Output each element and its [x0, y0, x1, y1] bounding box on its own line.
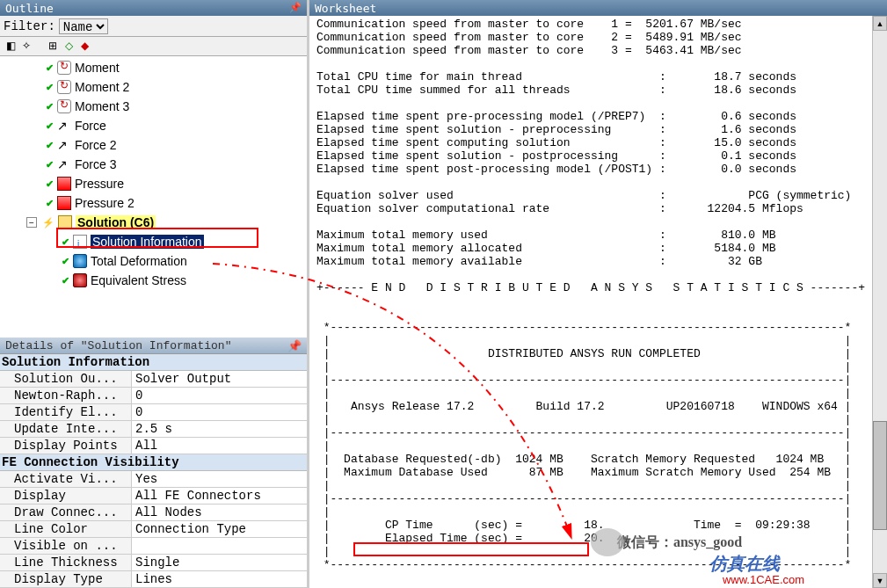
details-row[interactable]: DisplayAll FE Connectors — [0, 488, 307, 505]
pressure-icon — [57, 196, 71, 210]
info-icon — [73, 235, 87, 249]
scroll-track[interactable] — [873, 31, 887, 573]
details-title-bar: Details of "Solution Information" 📌 — [0, 338, 307, 353]
force-icon: ↗ — [57, 119, 71, 133]
details-row[interactable]: Display TypeLines — [0, 571, 307, 588]
check-icon: ✔ — [46, 82, 54, 93]
tree-item[interactable]: ✔↗Force — [2, 116, 303, 135]
details-row[interactable]: Solution Ou...Solver Output — [0, 371, 307, 388]
scroll-up-icon[interactable]: ▲ — [873, 16, 887, 31]
details-row[interactable]: Activate Vi...Yes — [0, 471, 307, 488]
check-icon: ✔ — [46, 120, 54, 132]
toolbar-btn-2[interactable]: ✧ — [19, 39, 33, 53]
details-row[interactable]: Identify El...0 — [0, 404, 307, 421]
filter-select[interactable]: Name — [59, 18, 108, 34]
check-icon: ✔ — [46, 198, 54, 209]
check-icon: ✔ — [46, 101, 54, 113]
collapse-icon[interactable]: − — [26, 217, 37, 228]
deformation-icon — [73, 254, 87, 268]
moment-icon — [57, 80, 71, 94]
tree-item-solution[interactable]: −⚡Solution (C6) — [2, 213, 303, 232]
moment-icon — [57, 99, 71, 113]
tree-item[interactable]: ✔Moment — [2, 58, 303, 77]
tree-item[interactable]: ✔Equivalent Stress — [2, 271, 303, 290]
worksheet-content: Communication speed from master to core … — [309, 16, 872, 588]
filter-row: Filter: Name — [0, 16, 307, 37]
tree-item[interactable]: ✔↗Force 3 — [2, 155, 303, 174]
details-row[interactable]: Line ThicknessSingle — [0, 555, 307, 571]
outline-title: Outline — [5, 2, 54, 15]
toolbar-btn-5[interactable]: ◆ — [77, 39, 91, 53]
details-row[interactable]: Line ColorConnection Type — [0, 521, 307, 538]
check-icon: ✔ — [46, 178, 54, 190]
outline-tree[interactable]: ✔Moment ✔Moment 2 ✔Moment 3 ✔↗Force ✔↗Fo… — [0, 56, 307, 338]
tree-item[interactable]: ✔↗Force 2 — [2, 135, 303, 155]
check-icon: ✔ — [46, 159, 54, 171]
details-title: Details of "Solution Information" — [5, 339, 231, 352]
details-row[interactable]: Newton-Raph...0 — [0, 388, 307, 404]
details-row[interactable]: Draw Connec...All Nodes — [0, 505, 307, 521]
details-grid: Solution Information Solution Ou...Solve… — [0, 353, 307, 588]
details-section-header[interactable]: Solution Information — [0, 354, 307, 371]
force-icon: ↗ — [57, 157, 71, 171]
toolbar-btn-1[interactable]: ◧ — [4, 39, 18, 53]
tree-item-solution-info[interactable]: ✔Solution Information — [2, 232, 303, 251]
tree-item[interactable]: ✔Moment 3 — [2, 97, 303, 116]
outline-toolbar: ◧ ✧ ⊞ ◇ ◆ — [0, 37, 307, 56]
tree-item[interactable]: ✔Pressure — [2, 174, 303, 193]
pin-icon[interactable]: 📌 — [287, 339, 302, 352]
pressure-icon — [57, 177, 71, 191]
pin-icon[interactable]: 📌 — [289, 2, 302, 14]
tree-item[interactable]: ✔Total Deformation — [2, 251, 303, 271]
bolt-icon: ⚡ — [42, 217, 55, 229]
details-row[interactable]: Display PointsAll — [0, 438, 307, 454]
moment-icon — [57, 61, 71, 75]
force-icon: ↗ — [57, 138, 71, 152]
worksheet-title-bar: Worksheet — [309, 0, 887, 16]
check-icon: ✔ — [62, 256, 69, 267]
scrollbar-vertical[interactable]: ▲ ▼ — [872, 16, 887, 588]
check-icon: ✔ — [62, 275, 69, 287]
check-icon: ✔ — [62, 236, 69, 248]
tree-item[interactable]: ✔Pressure 2 — [2, 193, 303, 213]
details-row[interactable]: Update Inte...2.5 s — [0, 421, 307, 438]
details-section-header[interactable]: FE Connection Visibility — [0, 454, 307, 471]
outline-title-bar: Outline 📌 — [0, 0, 307, 16]
worksheet-title: Worksheet — [315, 2, 376, 15]
scroll-thumb[interactable] — [873, 421, 887, 529]
check-icon: ✔ — [46, 62, 54, 74]
solution-icon — [58, 215, 72, 229]
toolbar-btn-3[interactable]: ⊞ — [46, 39, 60, 53]
scroll-down-icon[interactable]: ▼ — [873, 573, 887, 588]
tree-item[interactable]: ✔Moment 2 — [2, 77, 303, 97]
equiv-stress-icon — [73, 273, 87, 287]
details-row[interactable]: Visible on ... — [0, 538, 307, 555]
filter-label: Filter: — [4, 19, 55, 33]
toolbar-btn-4[interactable]: ◇ — [62, 39, 76, 53]
check-icon: ✔ — [46, 140, 54, 151]
